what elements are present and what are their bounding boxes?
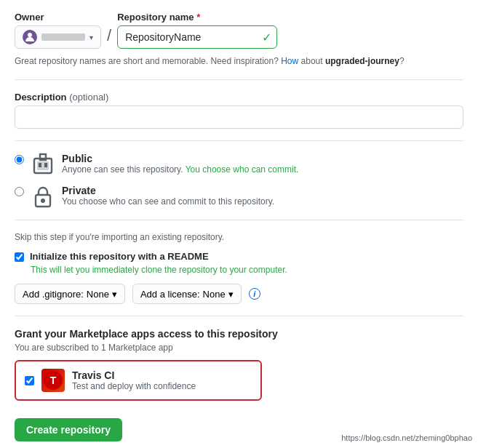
private-radio[interactable]	[15, 187, 24, 196]
repo-section: Repository name * ✓	[117, 12, 277, 49]
license-value: None	[203, 289, 226, 300]
owner-dropdown[interactable]: ▾	[15, 25, 101, 49]
create-repository-button[interactable]: Create repository	[15, 418, 122, 441]
dropdown-row: Add .gitignore: None ▾ Add a license: No…	[15, 284, 463, 304]
public-icon	[31, 153, 55, 176]
initialize-checkbox[interactable]	[15, 252, 24, 262]
divider-4	[15, 316, 463, 316]
svg-rect-2	[39, 163, 41, 167]
initialize-hint: This will let you immediately clone the …	[31, 265, 463, 275]
travis-ci-info: Travis CI Test and deploy with confidenc…	[72, 369, 196, 391]
repo-name-input[interactable]	[117, 25, 277, 49]
repo-label: Repository name *	[117, 12, 277, 23]
license-dropdown[interactable]: Add a license: None ▾	[132, 284, 242, 304]
owner-label: Owner	[15, 12, 101, 23]
owner-repo-row: Owner ▾ / Repository name * ✓	[15, 12, 463, 49]
slash-separator: /	[107, 26, 111, 45]
public-content: Public Anyone can see this repository. Y…	[62, 153, 298, 175]
svg-rect-3	[44, 163, 47, 167]
divider-3	[15, 220, 463, 220]
info-icon[interactable]: i	[249, 288, 260, 300]
gitignore-value: None	[87, 289, 109, 300]
owner-section: Owner ▾	[15, 12, 101, 49]
travis-ci-card: T Travis CI Test and deploy with confide…	[15, 360, 262, 401]
private-title: Private	[62, 185, 274, 196]
repo-name-wrapper: ✓	[117, 25, 277, 49]
marketplace-section: Grant your Marketplace apps access to th…	[15, 328, 463, 401]
hint-text: Great repository names are short and mem…	[15, 55, 463, 68]
watermark: https://blog.csdn.net/zheming0bphao	[341, 433, 472, 442]
gitignore-label: Add .gitignore:	[23, 289, 84, 300]
optional-label: (optional)	[69, 92, 108, 103]
private-option: Private You choose who can see and commi…	[15, 185, 463, 208]
description-label: Description (optional)	[15, 92, 463, 103]
initialize-checkbox-row: Initialize this repository with a README	[15, 251, 463, 262]
travis-ci-checkbox[interactable]	[25, 376, 34, 385]
gitignore-chevron-icon: ▾	[112, 289, 117, 300]
private-content: Private You choose who can see and commi…	[62, 185, 274, 207]
public-radio[interactable]	[15, 155, 24, 164]
public-title: Public	[62, 153, 298, 164]
travis-ci-desc: Test and deploy with confidence	[72, 381, 196, 391]
visibility-group: Public Anyone can see this repository. Y…	[15, 153, 463, 208]
divider-1	[15, 79, 463, 80]
public-desc: Anyone can see this repository. You choo…	[62, 164, 298, 175]
marketplace-subtitle: You are subscribed to 1 Marketplace app	[15, 343, 463, 353]
marketplace-title: Grant your Marketplace apps access to th…	[15, 328, 463, 340]
initialize-label: Initialize this repository with a README	[30, 251, 209, 262]
license-label: Add a license:	[140, 289, 200, 300]
license-chevron-icon: ▾	[228, 289, 234, 300]
travis-ci-name: Travis CI	[72, 369, 196, 381]
travis-ci-logo: T	[41, 369, 65, 392]
svg-rect-4	[40, 154, 46, 160]
required-star: *	[196, 12, 200, 23]
gitignore-dropdown[interactable]: Add .gitignore: None ▾	[15, 284, 125, 304]
chevron-down-icon: ▾	[89, 33, 93, 41]
suggestion-link[interactable]: upgraded-journey	[325, 56, 399, 66]
how-link[interactable]: How	[281, 56, 298, 66]
check-icon: ✓	[262, 31, 271, 44]
owner-name	[41, 33, 85, 41]
owner-avatar	[23, 30, 37, 44]
description-group: Description (optional)	[15, 92, 463, 129]
skip-text: Skip this step if you're importing an ex…	[15, 232, 463, 242]
divider-2	[15, 140, 463, 141]
private-desc: You choose who can see and commit to thi…	[62, 196, 274, 207]
private-icon	[31, 185, 55, 208]
svg-text:T: T	[50, 375, 57, 386]
public-option: Public Anyone can see this repository. Y…	[15, 153, 463, 176]
public-highlight: You choose who can commit.	[186, 164, 299, 175]
svg-point-6	[41, 199, 45, 203]
description-input[interactable]	[15, 105, 463, 129]
